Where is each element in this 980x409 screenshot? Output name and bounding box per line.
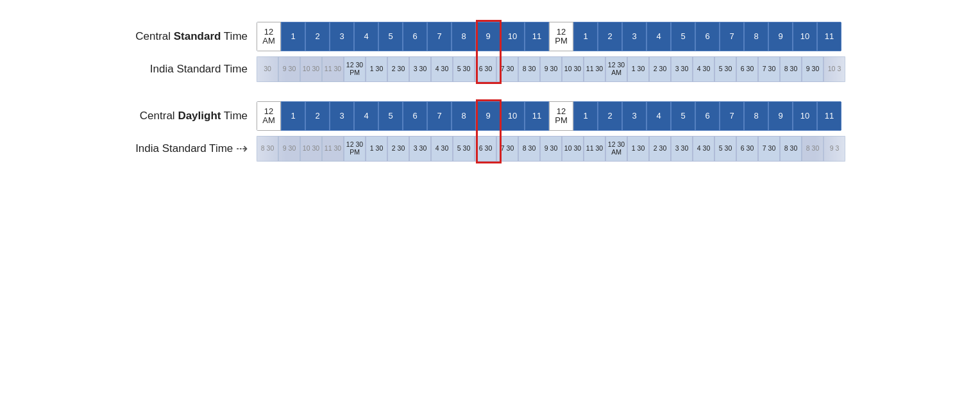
time-cell: 5 xyxy=(378,22,403,51)
time-cell: 7 30 xyxy=(496,136,518,162)
time-cell: 3 30 xyxy=(671,56,693,82)
time-cell: 11 xyxy=(817,22,841,51)
time-cell: 8 30 xyxy=(518,136,540,162)
time-cell: 11 30 xyxy=(322,136,344,162)
time-cell: 3 30 xyxy=(671,136,693,162)
time-cell: 9 30 xyxy=(278,136,300,162)
cdt-label: Central Daylight Time xyxy=(19,110,257,122)
time-cell: 7 xyxy=(720,101,744,131)
time-cell: 8 30 xyxy=(780,56,802,82)
time-cell: 12 30PM xyxy=(344,136,366,162)
time-cell: 7 30 xyxy=(758,56,780,82)
time-cell: 8 xyxy=(452,101,476,131)
time-cell: 7 xyxy=(427,101,452,131)
time-cell: 3 xyxy=(330,101,354,131)
time-cell: 12 30AM xyxy=(605,56,627,82)
time-cell: 2 xyxy=(305,101,330,131)
cdt-track: 12AM123456789101112PM1234567891011 xyxy=(257,101,841,131)
ist-row-1: India Standard Time 309 3010 3011 3012 3… xyxy=(19,56,961,82)
ist-track-wrapper-2: 8 309 3010 3011 3012 30PM1 302 303 304 3… xyxy=(257,136,845,162)
time-cell: 12PM xyxy=(549,22,573,51)
time-cell: 1 xyxy=(281,22,305,51)
time-cell: 6 30 xyxy=(475,56,496,82)
time-cell: 10 xyxy=(500,22,525,51)
time-cell: 10 xyxy=(793,22,817,51)
time-cell: 12PM xyxy=(549,101,573,131)
time-cell: 8 30 xyxy=(257,136,278,162)
cst-track: 12AM123456789101112PM1234567891011 xyxy=(257,22,841,51)
time-cell: 12 30AM xyxy=(605,136,627,162)
time-cell: 9 xyxy=(768,101,793,131)
time-cell: 5 30 xyxy=(453,56,475,82)
time-cell: 10 30 xyxy=(300,56,322,82)
time-cell: 2 30 xyxy=(649,56,671,82)
time-cell: 3 30 xyxy=(409,56,431,82)
time-cell: 11 30 xyxy=(584,56,605,82)
time-cell: 5 30 xyxy=(714,56,736,82)
time-cell: 11 30 xyxy=(322,56,344,82)
time-cell: 1 30 xyxy=(627,136,649,162)
time-cell: 4 xyxy=(646,22,671,51)
time-cell: 6 30 xyxy=(736,136,758,162)
time-cell: 11 xyxy=(525,22,549,51)
time-cell: 1 30 xyxy=(366,56,387,82)
time-cell: 9 30 xyxy=(802,56,824,82)
time-cell: 30 xyxy=(257,56,278,82)
cst-track-wrapper: 12AM123456789101112PM1234567891011 xyxy=(257,22,841,51)
time-cell: 12AM xyxy=(257,101,281,131)
time-cell: 7 xyxy=(427,22,452,51)
time-cell: 10 xyxy=(793,101,817,131)
time-cell: 4 30 xyxy=(431,56,453,82)
time-cell: 4 30 xyxy=(693,56,714,82)
time-cell: 9 xyxy=(768,22,793,51)
time-cell: 6 30 xyxy=(736,56,758,82)
time-cell: 10 30 xyxy=(300,136,322,162)
cdt-track-wrapper: 12AM123456789101112PM1234567891011 xyxy=(257,101,841,131)
time-cell: 9 30 xyxy=(278,56,300,82)
time-cell: 3 xyxy=(622,101,646,131)
time-cell: 2 xyxy=(305,22,330,51)
time-cell: 1 30 xyxy=(627,56,649,82)
time-cell: 5 xyxy=(671,101,695,131)
time-cell: 1 xyxy=(573,22,598,51)
time-cell: 5 xyxy=(671,22,695,51)
time-cell: 2 xyxy=(598,101,622,131)
time-cell: 3 30 xyxy=(409,136,431,162)
time-cell: 7 30 xyxy=(496,56,518,82)
time-cell: 2 30 xyxy=(387,136,409,162)
time-cell: 7 xyxy=(720,22,744,51)
arrow-icon: ⇢ xyxy=(236,140,248,157)
time-cell: 4 30 xyxy=(693,136,714,162)
section-2: Central Daylight Time 12AM12345678910111… xyxy=(19,101,961,162)
time-cell: 12 30PM xyxy=(344,56,366,82)
time-cell: 11 30 xyxy=(584,136,605,162)
time-cell: 8 30 xyxy=(518,56,540,82)
time-cell: 8 xyxy=(452,22,476,51)
time-cell: 9 3 xyxy=(824,136,845,162)
ist-label-2: India Standard Time ⇢ xyxy=(19,140,257,157)
section-1: Central Standard Time 12AM12345678910111… xyxy=(19,22,961,82)
time-cell: 8 30 xyxy=(780,136,802,162)
time-cell: 9 30 xyxy=(540,136,562,162)
time-cell: 3 xyxy=(330,22,354,51)
ist-track-2: 8 309 3010 3011 3012 30PM1 302 303 304 3… xyxy=(257,136,845,162)
ist-track-1: 309 3010 3011 3012 30PM1 302 303 304 305… xyxy=(257,56,845,82)
time-cell: 6 30 xyxy=(475,136,496,162)
time-cell: 6 xyxy=(695,22,720,51)
time-cell: 6 xyxy=(403,22,427,51)
time-cell: 9 xyxy=(476,101,500,131)
time-cell: 3 xyxy=(622,22,646,51)
time-cell: 10 3 xyxy=(824,56,845,82)
ist-track-wrapper-1: 309 3010 3011 3012 30PM1 302 303 304 305… xyxy=(257,56,845,82)
time-cell: 8 xyxy=(744,22,768,51)
time-cell: 4 xyxy=(646,101,671,131)
time-cell: 9 xyxy=(476,22,500,51)
time-cell: 7 30 xyxy=(758,136,780,162)
ist-row-2: India Standard Time ⇢ 8 309 3010 3011 30… xyxy=(19,136,961,162)
time-cell: 8 30 xyxy=(802,136,824,162)
time-cell: 1 xyxy=(281,101,305,131)
time-cell: 4 xyxy=(354,22,378,51)
time-cell: 1 30 xyxy=(366,136,387,162)
time-cell: 4 30 xyxy=(431,136,453,162)
time-cell: 2 30 xyxy=(387,56,409,82)
